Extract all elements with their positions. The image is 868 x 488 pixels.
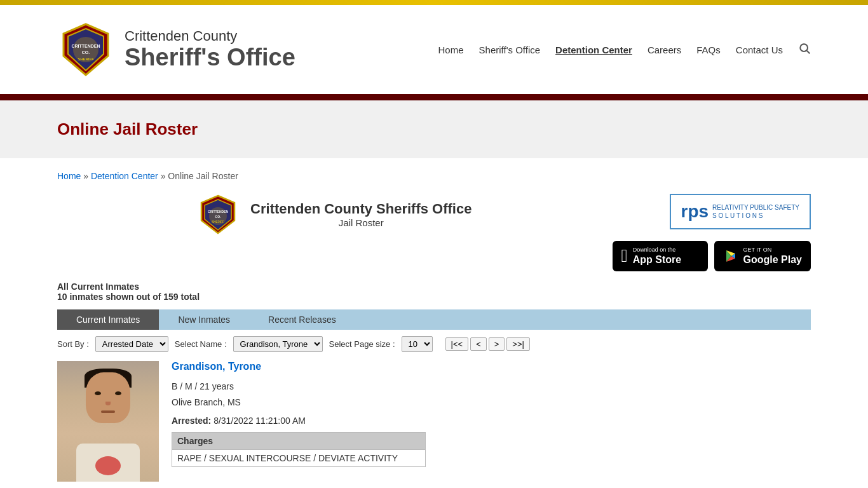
sort-by-label: Sort By : (57, 339, 89, 349)
page-size-select[interactable]: 10 (402, 336, 433, 352)
logo-line2: Sheriff's Office (125, 44, 295, 71)
header-bottom-bar (0, 94, 868, 100)
svg-text:CRITTENDEN: CRITTENDEN (208, 210, 229, 214)
inmate-arrested: Arrested: 8/31/2022 11:21:00 AM (172, 416, 811, 426)
google-play-top-text: GET IT ON (743, 247, 802, 254)
charges-table: Charges RAPE / SEXUAL INTERCOURSE / DEVI… (172, 432, 426, 467)
app-store-main-text: App Store (633, 254, 681, 266)
svg-point-6 (800, 44, 808, 51)
inmate-race-sex-age-text: B / M / 21 years (172, 381, 234, 391)
pagination-first-button[interactable]: |<< (445, 337, 469, 351)
google-play-main-text: Google Play (743, 254, 802, 266)
app-buttons:  Download on the App Store (613, 241, 811, 271)
charges-header-cell: Charges (172, 433, 426, 450)
page-title-area: Online Jail Roster (0, 100, 868, 158)
svg-text:CRITTENDEN: CRITTENDEN (71, 44, 100, 48)
arrested-date: 8/31/2022 11:21:00 AM (214, 416, 306, 426)
svg-text:SHERIFF: SHERIFF (212, 220, 224, 224)
nav-faqs[interactable]: FAQs (696, 44, 721, 55)
pagination-prev-button[interactable]: < (470, 337, 487, 351)
inmates-info-line2: 10 inmates shown out of 159 total (57, 292, 811, 302)
mugshot-simulation (57, 361, 159, 482)
inmates-info: All Current Inmates 10 inmates shown out… (57, 281, 811, 302)
tabs-bar: Current Inmates New Inmates Recent Relea… (57, 309, 811, 330)
svg-text:CO.: CO. (215, 215, 222, 219)
app-store-button[interactable]:  Download on the App Store (613, 241, 708, 271)
main-content: Home » Detention Center » Online Jail Ro… (0, 158, 868, 488)
svg-line-7 (807, 50, 810, 53)
logo-area: CRITTENDEN CO. SHERIFF Crittenden County… (57, 21, 295, 78)
svg-text:SHERIFF: SHERIFF (78, 57, 94, 61)
nav-home[interactable]: Home (438, 44, 464, 55)
right-panel: rps Relativity Public Safetys o l u t i … (613, 194, 811, 271)
inmate-race-sex-age: B / M / 21 years Olive Branch, MS (172, 379, 811, 410)
inmate-name-link[interactable]: Grandison, Tyrone (172, 361, 811, 372)
select-name-label: Select Name : (175, 339, 227, 349)
play-icon (723, 248, 738, 264)
mugshot-body (76, 444, 140, 482)
breadcrumb-current: Online Jail Roster (168, 171, 238, 181)
site-header: CRITTENDEN CO. SHERIFF Crittenden County… (0, 5, 868, 94)
rps-text: rps (681, 201, 709, 222)
pagination-last-button[interactable]: >>| (506, 337, 530, 351)
charges-value-cell: RAPE / SEXUAL INTERCOURSE / DEVIATE ACTI… (172, 450, 426, 467)
nav-sheriffs-office[interactable]: Sheriff's Office (479, 44, 541, 55)
breadcrumb: Home » Detention Center » Online Jail Ro… (57, 171, 811, 181)
inmate-details: Grandison, Tyrone B / M / 21 years Olive… (172, 361, 811, 482)
nav-careers[interactable]: Careers (648, 44, 681, 55)
nav-detention-center[interactable]: Detention Center (555, 44, 632, 55)
select-name-dropdown[interactable]: Grandison, Tyrone (233, 336, 323, 352)
apple-icon:  (621, 246, 628, 266)
pagination-next-button[interactable]: > (489, 337, 505, 351)
breadcrumb-home[interactable]: Home (57, 171, 81, 181)
top-gold-bar (0, 0, 868, 5)
tab-new-inmates[interactable]: New Inmates (159, 309, 249, 330)
roster-org-name: Crittenden County Sheriffs Office (250, 201, 471, 217)
mugshot-head (86, 372, 130, 423)
app-store-top-text: Download on the (633, 247, 681, 254)
google-play-text: GET IT ON Google Play (743, 247, 802, 266)
rps-logo: rps Relativity Public Safetys o l u t i … (670, 194, 811, 229)
controls-row: Sort By : Arrested Date Select Name : Gr… (57, 336, 811, 352)
page-title: Online Jail Roster (57, 119, 811, 139)
google-play-icon (723, 248, 738, 264)
inmate-location: Olive Branch, MS (172, 397, 241, 407)
rps-description: Relativity Public Safetys o l u t i o n … (712, 203, 799, 220)
inmate-card: Grandison, Tyrone B / M / 21 years Olive… (57, 361, 811, 482)
breadcrumb-detention-center[interactable]: Detention Center (91, 171, 158, 181)
inmates-info-line1: All Current Inmates (57, 281, 811, 292)
svg-text:CO.: CO. (82, 50, 90, 55)
inmate-photo (57, 361, 159, 482)
search-icon (798, 42, 811, 55)
roster-label: Jail Roster (250, 217, 471, 228)
logo-text: Crittenden County Sheriff's Office (125, 28, 295, 71)
roster-title-text: Crittenden County Sheriffs Office Jail R… (250, 201, 471, 228)
google-play-button[interactable]: GET IT ON Google Play (714, 241, 811, 271)
main-nav: Home Sheriff's Office Detention Center C… (438, 42, 811, 58)
tab-recent-releases[interactable]: Recent Releases (249, 309, 355, 330)
logo-shield-icon: CRITTENDEN CO. SHERIFF (57, 21, 114, 78)
nav-contact-us[interactable]: Contact Us (736, 44, 783, 55)
app-store-text: Download on the App Store (633, 247, 681, 266)
page-size-label: Select Page size : (329, 339, 395, 349)
arrested-label: Arrested: (172, 416, 211, 426)
sort-by-select[interactable]: Arrested Date (95, 336, 168, 352)
mugshot-shirt-stain (95, 456, 121, 475)
roster-title-section: CRITTENDEN CO. SHERIFF Crittenden County… (57, 194, 613, 235)
search-icon-button[interactable] (798, 42, 811, 58)
logo-line1: Crittenden County (125, 28, 295, 44)
pagination-buttons: |<< < > >>| (445, 337, 530, 351)
roster-badge-icon: CRITTENDEN CO. SHERIFF (198, 194, 239, 235)
tab-current-inmates[interactable]: Current Inmates (57, 309, 159, 330)
